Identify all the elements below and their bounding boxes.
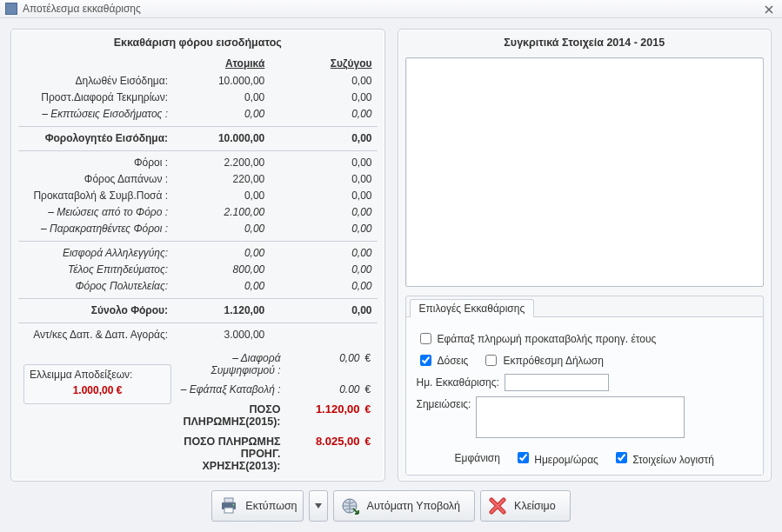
checkbox-lump-prepayment-input[interactable] xyxy=(420,333,431,344)
total-tax-row: Σύνολο Φόρου: 1.120,00 0,00 xyxy=(18,303,378,319)
table-row: Εισφορά Αλληλεγγύης: 0,00 0,00 xyxy=(18,245,378,262)
deficit-value: 1.000,00 € xyxy=(30,381,165,396)
payment-current-row: ΠΟΣΟ ΠΛΗΡΩΜΗΣ(2015): 1.120,00 € xyxy=(175,399,378,431)
checkbox-late-declaration[interactable]: Εκπρόθεσμη Δήλωση xyxy=(482,352,603,369)
svg-point-3 xyxy=(233,504,235,506)
table-row: Φόρος Δαπάνων : 220,00 0,00 xyxy=(18,171,378,188)
col-header-personal: Ατομικά xyxy=(177,57,284,70)
clearance-date-label: Ημ. Εκκαθάρισης: xyxy=(417,376,499,389)
table-row: Προστ.Διαφορά Τεκμηρίων: 0,00 0,00 xyxy=(18,90,378,106)
checkbox-installments[interactable]: Δόσεις xyxy=(417,352,469,369)
checkbox-lump-prepayment[interactable]: Εφάπαξ πληρωμή προκαταβολής προηγ. έτους xyxy=(417,330,657,347)
app-icon xyxy=(5,3,17,15)
comparison-panel: Συγκριτικά Στοιχεία 2014 - 2015 Επιλογές… xyxy=(398,29,772,482)
table-row: – Μειώσεις από το Φόρο : 2.100,00 0,00 xyxy=(18,204,378,221)
tax-table: Ατομικά Συζύγου Δηλωθέν Εισόδημα: 10.000… xyxy=(18,52,378,475)
svg-rect-2 xyxy=(224,508,233,513)
auto-submit-button[interactable]: Αυτόματη Υποβολή xyxy=(333,490,475,522)
window-root: Αποτέλεσμα εκκαθάρισης Εκκαθάριση φόρου … xyxy=(0,0,782,532)
window-title: Αποτέλεσμα εκκαθάρισης xyxy=(23,3,141,15)
button-bar: Εκτύπωση Αυτόματη Υποβολή xyxy=(10,482,772,522)
close-x-icon xyxy=(488,496,507,515)
content-area: Εκκαθάριση φόρου εισοδήματος Ατομικά Συζ… xyxy=(0,18,782,532)
checkbox-installments-input[interactable] xyxy=(420,355,431,366)
col-header-spouse: Συζύγου xyxy=(284,57,377,70)
print-button[interactable]: Εκτύπωση xyxy=(211,490,303,522)
svg-rect-1 xyxy=(224,498,233,502)
table-row: Δηλωθέν Εισόδημα: 10.000,00 0,00 xyxy=(18,73,378,90)
close-button[interactable]: Κλείσιμο xyxy=(480,490,571,522)
table-row: Φόρος Πολυτελείας: 0,00 0,00 xyxy=(18,278,378,295)
table-row: – Παρακρατηθέντες Φόροι : 0,00 0,00 xyxy=(18,221,378,237)
taxable-income-row: Φορολογητέο Εισόδημα: 10.000,00 0,00 xyxy=(18,130,378,147)
chevron-down-icon xyxy=(315,503,322,509)
close-icon[interactable] xyxy=(761,3,777,17)
checkbox-show-datetime-input[interactable] xyxy=(518,452,529,463)
table-row: Τέλος Επιτηδεύματος: 800,00 0,00 xyxy=(18,262,378,278)
globe-arrow-icon xyxy=(341,496,360,515)
checkbox-show-accountant-input[interactable] xyxy=(616,452,627,463)
print-dropdown-button[interactable] xyxy=(309,490,328,522)
payment-previous-row: ΠΟΣΟ ΠΛΗΡΩΜΗΣ ΠΡΟΗΓ. ΧΡΗΣΗΣ(2013): 8.025… xyxy=(175,431,378,475)
offset-diff-row: – Διαφορά Συμψηφισμού : 0,00 € xyxy=(175,349,378,380)
table-row: Φόροι : 2.200,00 0,00 xyxy=(18,155,378,171)
deficit-label: Ελλειμμα Αποδείξεων: xyxy=(30,369,165,381)
checkbox-late-declaration-input[interactable] xyxy=(485,355,497,366)
lump-sum-row: – Εφάπαξ Καταβολή : 0.00 € xyxy=(175,380,378,399)
table-row: – Εκπτώσεις Εισοδήματος : 0,00 0,00 xyxy=(18,106,378,123)
checkbox-show-accountant[interactable]: Στοιχείων λογιστή xyxy=(612,449,714,466)
display-label: Εμφάνιση xyxy=(455,452,500,464)
checkbox-show-datetime[interactable]: Ημερομ/ώρας xyxy=(514,449,598,466)
clearance-date-input[interactable] xyxy=(505,374,609,391)
purchase-expenses-row: Αντ/κες Δαπ. & Δαπ. Αγοράς: 3.000,00 xyxy=(18,327,378,343)
printer-icon xyxy=(219,496,238,515)
notes-label: Σημειώσεις: xyxy=(417,396,471,410)
table-row: Προκαταβολή & Συμβ.Ποσά : 0,00 0,00 xyxy=(18,188,378,204)
comparison-area xyxy=(405,57,765,287)
options-tabs: Επιλογές Εκκαθάρισης Εφάπαξ πληρωμή προκ… xyxy=(405,296,765,475)
notes-textarea[interactable] xyxy=(476,396,685,438)
tab-clearance-options[interactable]: Επιλογές Εκκαθάρισης xyxy=(410,299,535,317)
titlebar: Αποτέλεσμα εκκαθάρισης xyxy=(0,0,782,18)
comparison-title: Συγκριτικά Στοιχεία 2014 - 2015 xyxy=(405,37,765,52)
tax-clearance-panel: Εκκαθάριση φόρου εισοδήματος Ατομικά Συζ… xyxy=(10,29,385,482)
tax-panel-title: Εκκαθάριση φόρου εισοδήματος xyxy=(18,37,378,52)
receipts-deficit-box: Ελλειμμα Αποδείξεων: 1.000,00 € xyxy=(23,364,171,404)
